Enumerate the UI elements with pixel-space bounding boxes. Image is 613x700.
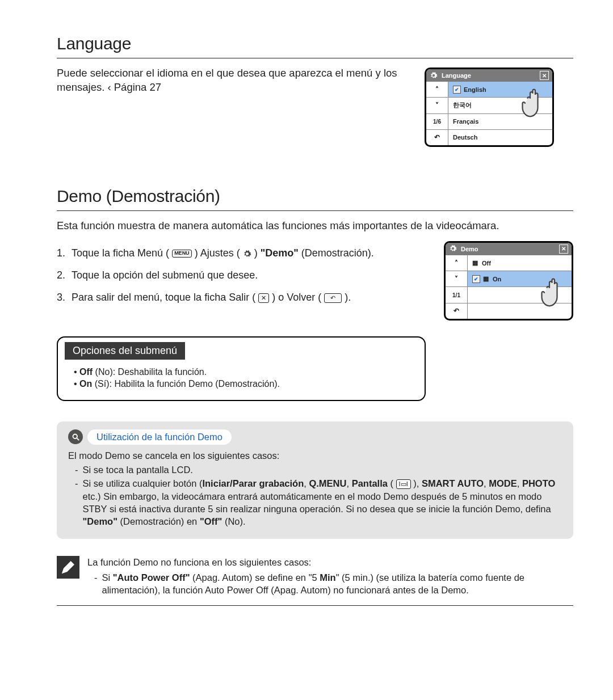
section-language-title: Language <box>57 34 573 53</box>
divider <box>57 58 573 58</box>
lang-item-french[interactable]: Français <box>448 114 552 130</box>
demo-info-box: Utilización de la función Demo El modo D… <box>57 421 573 539</box>
gear-icon <box>430 71 438 80</box>
item-icon: ▦ <box>472 259 479 267</box>
note-line: La función Demo no funciona en los sigui… <box>87 556 573 568</box>
step-2: 2. Toque la opción del submenú que desee… <box>57 268 428 283</box>
divider <box>57 210 573 211</box>
page-indicator: 1/6 <box>426 114 448 130</box>
info-dash-2: - Si se utiliza cualquier botón (Iniciar… <box>75 477 562 528</box>
note-box: La función Demo no funciona en los sigui… <box>57 556 573 606</box>
close-icon[interactable]: ✕ <box>540 71 549 80</box>
step-1: 1. Toque la ficha Menú ( MENU ) Ajustes … <box>57 246 428 261</box>
screen-header: Language ✕ <box>426 69 552 82</box>
close-icon: ✕ <box>258 293 269 303</box>
scroll-up-button[interactable]: ˄ <box>426 82 448 98</box>
display-icon: I▭I <box>396 479 411 489</box>
submenu-item-on: • On (Sí): Habilita la función Demo (Dem… <box>74 379 414 389</box>
lang-item-english[interactable]: ✔ English <box>448 82 552 98</box>
demo-item-off[interactable]: ▦ Off <box>468 255 572 271</box>
svg-point-0 <box>73 434 77 438</box>
page-indicator: 1/1 <box>446 287 467 303</box>
back-button[interactable]: ↶ <box>426 130 448 145</box>
demo-screen: Demo ✕ ˄ ˅ 1/1 ↶ ▦ Off ✔ ▦ On <box>444 241 573 321</box>
gear-icon <box>449 244 457 253</box>
language-description: Puede seleccionar el idioma en el que de… <box>57 66 409 95</box>
check-icon: ✔ <box>453 86 461 94</box>
note-icon <box>57 556 79 579</box>
note-dash: - Si "Auto Power Off" (Apag. Autom) se d… <box>94 571 573 597</box>
back-icon: ↶ <box>324 293 342 303</box>
scroll-down-button[interactable]: ˅ <box>426 98 448 113</box>
submenu-title: Opciones del submenú <box>65 342 185 360</box>
submenu-item-off: • Off (No): Deshabilita la función. <box>74 367 414 377</box>
demo-item-on[interactable]: ✔ ▦ On <box>468 271 572 287</box>
step-3: 3. Para salir del menú, toque la ficha S… <box>57 290 428 305</box>
scroll-up-button[interactable]: ˄ <box>446 255 467 271</box>
section-demo-title: Demo (Demostración) <box>57 187 573 206</box>
lang-item-german[interactable]: Deutsch <box>448 130 552 145</box>
back-button[interactable]: ↶ <box>446 303 467 319</box>
info-dash-1: -Si se toca la pantalla LCD. <box>75 463 562 476</box>
close-icon[interactable]: ✕ <box>559 244 568 254</box>
info-pill: Utilización de la función Demo <box>87 429 232 445</box>
language-screen: Language ✕ ˄ ˅ 1/6 ↶ ✔ English 한국어 Fran <box>425 68 554 147</box>
empty-row <box>468 303 572 319</box>
screen-header: Demo ✕ <box>446 243 572 255</box>
menu-icon: MENU <box>172 250 192 258</box>
screen-title: Demo <box>461 246 478 252</box>
submenu-options-box: Opciones del submenú • Off (No): Deshabi… <box>57 336 426 401</box>
demo-intro: Esta función muestra de manera automátic… <box>57 219 568 233</box>
svg-line-1 <box>77 438 79 440</box>
check-icon: ✔ <box>472 275 480 283</box>
info-line: El modo Demo se cancela en los siguiente… <box>68 450 562 461</box>
scroll-down-button[interactable]: ˅ <box>446 271 467 287</box>
item-icon: ▦ <box>483 275 490 282</box>
lang-item-korean[interactable]: 한국어 <box>448 98 552 113</box>
empty-row <box>468 287 572 303</box>
search-icon <box>68 429 83 444</box>
screen-title: Language <box>442 72 471 79</box>
gear-icon <box>243 250 251 258</box>
